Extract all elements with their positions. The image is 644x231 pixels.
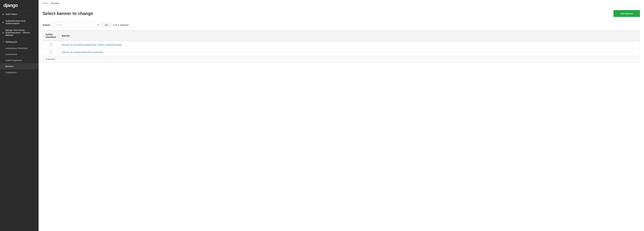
django-logo: django: [0, 0, 38, 11]
action-bar: Action: --------- Go 0 of 2 selected: [42, 20, 640, 30]
column-header-banner: Banner: [59, 31, 640, 41]
sidebar-item-capabilities[interactable]: Capabilities...: [0, 69, 38, 75]
breadcrumb-current: Banners: [51, 2, 59, 4]
table-header-row: Action checkbox Banner: [43, 31, 640, 41]
row-1-checkbox-cell: [43, 41, 59, 48]
sidebar-group-epilepsy12[interactable]: ▼ Epilepsy12: [0, 38, 38, 45]
two-factor-label: Django Two Factor Authentication – Phone…: [5, 29, 36, 36]
action-select[interactable]: ---------: [53, 22, 100, 28]
epilepsy12-arrow: ▼: [3, 41, 4, 43]
auth-token-label: Auth Token: [5, 13, 17, 16]
sidebar-item-antiepilepsy-medicines[interactable]: Antiepilepsy Medicines: [0, 45, 38, 51]
sidebar-section-epilepsy12: ▼ Epilepsy12 Antiepilepsy Medicines Asse…: [0, 38, 38, 76]
sidebar-item-audit-progresses[interactable]: Audit Progresses: [0, 57, 38, 63]
breadcrumb: Home › Banners: [38, 0, 644, 7]
sidebar-group-auth-auth[interactable]: ▶ Authentication And Authorization: [0, 18, 38, 27]
row-2-banner-link[interactable]: Banner for \/organisation\/\d+\/summary: [62, 51, 103, 54]
two-factor-arrow: ▶: [3, 32, 4, 34]
table-footer: 2 banners: [42, 56, 640, 62]
column-header-checkbox: Action checkbox: [43, 31, 59, 41]
row-2-checkbox-cell: [43, 48, 59, 56]
auth-token-arrow: ▶: [3, 13, 4, 15]
auth-auth-arrow: ▶: [3, 21, 4, 23]
sidebar-section-auth-token: ▶ Auth Token: [0, 11, 38, 18]
banners-table: Action checkbox Banner Banner for (/trus…: [42, 30, 640, 56]
selected-count: 0 of 2 selected: [113, 24, 128, 26]
row-2-checkbox[interactable]: [50, 50, 52, 53]
breadcrumb-separator: ›: [50, 2, 50, 4]
sidebar-section-two-factor: ▶ Django Two Factor Authentication – Pho…: [0, 27, 38, 38]
epilepsy12-label: Epilepsy12: [6, 40, 17, 43]
sidebar-group-two-factor[interactable]: ▶ Django Two Factor Authentication – Pho…: [0, 27, 38, 38]
breadcrumb-home-link[interactable]: Home: [42, 2, 48, 4]
go-button[interactable]: Go: [102, 22, 111, 28]
page-header: Select banner to change Add banner: [38, 7, 644, 20]
main-content: Home › Banners Select banner to change A…: [38, 0, 644, 231]
row-2-banner-cell: Banner for \/organisation\/\d+\/summary: [59, 48, 640, 56]
row-1-checkbox[interactable]: [50, 43, 52, 46]
auth-auth-label: Authentication And Authorization: [5, 20, 36, 25]
row-1-banner-link[interactable]: Banner for (/trust/\d+/audit)(/local_hea…: [62, 44, 122, 46]
sidebar-item-banners[interactable]: Banners: [0, 63, 38, 69]
table-row: Banner for \/organisation\/\d+\/summary: [43, 48, 640, 56]
page-title: Select banner to change: [42, 11, 93, 16]
row-1-banner-cell: Banner for (/trust/\d+/audit)(/local_hea…: [59, 41, 640, 48]
action-label: Action:: [42, 24, 51, 26]
table-row: Banner for (/trust/\d+/audit)(/local_hea…: [43, 41, 640, 48]
sidebar-item-assessment[interactable]: Assessment: [0, 51, 38, 57]
sidebar-group-auth-token[interactable]: ▶ Auth Token: [0, 11, 38, 18]
sidebar-section-auth-auth: ▶ Authentication And Authorization: [0, 18, 38, 27]
sidebar: django ▶ Auth Token ▶ Authentication And…: [0, 0, 38, 231]
content-area: Action: --------- Go 0 of 2 selected Act…: [38, 20, 644, 66]
add-banner-button[interactable]: Add banner: [614, 10, 640, 17]
